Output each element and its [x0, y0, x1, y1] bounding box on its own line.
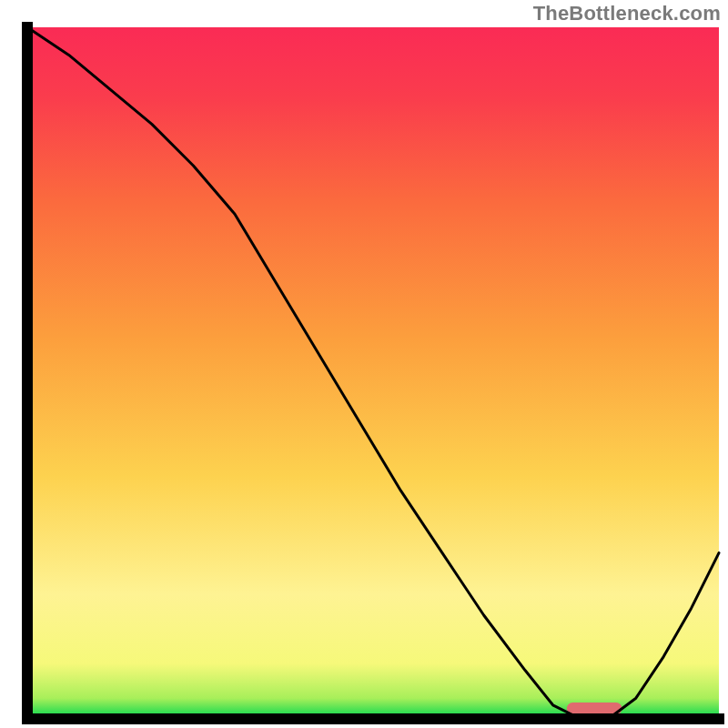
optimal-range-marker [567, 703, 622, 714]
bottleneck-chart [0, 0, 728, 728]
chart-container: TheBottleneck.com [0, 0, 728, 728]
watermark-label: TheBottleneck.com [533, 2, 721, 25]
gradient-background [27, 27, 719, 719]
